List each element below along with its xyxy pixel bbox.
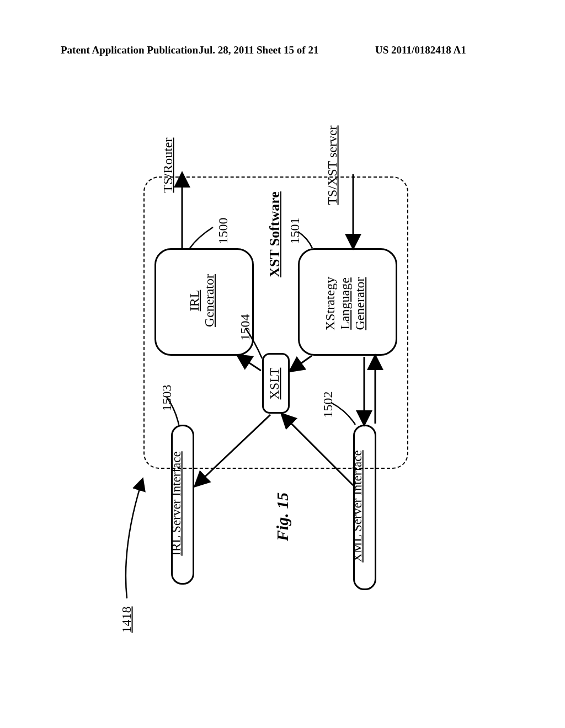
svg-line-3 — [238, 356, 261, 371]
ref-1501: 1501 — [287, 218, 302, 244]
arrows-overlay — [0, 0, 565, 728]
figure-caption: Fig. 15 — [273, 493, 292, 541]
ref-1418: 1418 — [119, 607, 134, 633]
svg-line-5 — [282, 415, 353, 485]
svg-line-2 — [291, 356, 312, 371]
ref-1504: 1504 — [238, 314, 253, 341]
ref-1500: 1500 — [216, 218, 231, 244]
ref-1502: 1502 — [321, 392, 335, 418]
ref-1503: 1503 — [159, 385, 174, 411]
svg-line-4 — [196, 415, 270, 485]
